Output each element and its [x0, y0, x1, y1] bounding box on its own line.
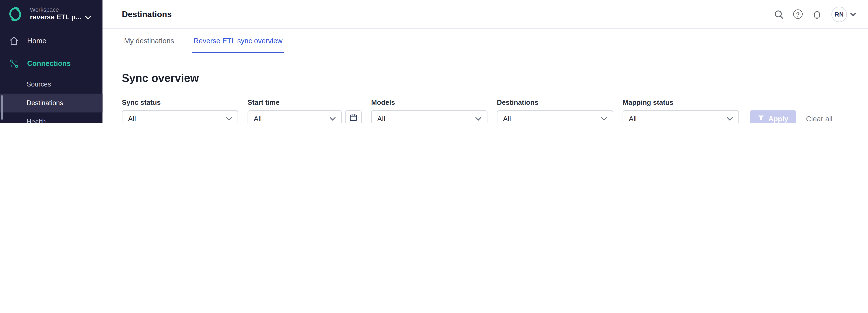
- chevron-down-icon: [330, 117, 336, 121]
- apply-button[interactable]: Apply: [750, 110, 796, 123]
- select-value: All: [254, 114, 262, 123]
- select-value: All: [629, 114, 637, 123]
- chevron-down-icon: [85, 16, 91, 19]
- select-value: All: [128, 114, 136, 123]
- sidebar-item-sources[interactable]: Sources: [0, 75, 102, 94]
- filter-label-start-time: Start time: [248, 99, 362, 106]
- connections-icon: [9, 59, 19, 68]
- filter-bar: Sync status All Start time All: [122, 99, 855, 123]
- main-area: Destinations ? RN My destinations: [102, 0, 868, 123]
- chevron-down-icon: [850, 12, 856, 15]
- rudderstack-logo-icon: [7, 6, 23, 22]
- models-select[interactable]: All: [371, 110, 488, 123]
- chevron-down-icon: [727, 117, 733, 121]
- start-time-select[interactable]: All: [248, 110, 342, 123]
- select-value: All: [377, 114, 385, 123]
- select-value: All: [503, 114, 511, 123]
- app-screen: Workspace reverse ETL p... Home: [0, 0, 868, 123]
- sidebar-nav: Home Connections Sources Destinations He…: [0, 29, 102, 123]
- bell-icon[interactable]: [812, 9, 822, 19]
- sidebar-scrollbar[interactable]: [1, 95, 3, 120]
- help-icon[interactable]: ?: [793, 9, 803, 19]
- content: Sync overview Sync status All Start time…: [102, 53, 868, 123]
- workspace-label: Workspace: [30, 6, 91, 13]
- tab-my-destinations[interactable]: My destinations: [123, 29, 175, 53]
- sidebar-item-health[interactable]: Health: [0, 113, 102, 123]
- chevron-down-icon: [601, 117, 607, 121]
- chevron-down-icon: [475, 117, 482, 121]
- filter-label-mapping-status: Mapping status: [623, 99, 739, 106]
- sidebar-item-label: Connections: [27, 59, 71, 68]
- topbar: Destinations ? RN: [102, 0, 868, 29]
- chevron-down-icon: [226, 117, 232, 121]
- sidebar-item-destinations[interactable]: Destinations: [0, 94, 102, 113]
- sidebar-subitem-label: Destinations: [27, 99, 63, 107]
- sidebar-item-home[interactable]: Home: [0, 29, 102, 52]
- workspace-name: reverse ETL p...: [30, 13, 82, 22]
- calendar-button[interactable]: [345, 110, 362, 123]
- calendar-icon: [349, 113, 358, 123]
- filter-label-sync-status: Sync status: [122, 99, 238, 106]
- filter-label-destinations: Destinations: [497, 99, 613, 106]
- avatar[interactable]: RN: [832, 6, 847, 22]
- page-title: Sync overview: [122, 72, 855, 85]
- sidebar-item-connections[interactable]: Connections: [0, 52, 102, 75]
- search-icon[interactable]: [774, 9, 784, 19]
- sync-status-select[interactable]: All: [122, 110, 238, 123]
- destinations-select[interactable]: All: [497, 110, 613, 123]
- tab-bar: My destinations Reverse ETL sync overvie…: [102, 29, 868, 53]
- sidebar: Workspace reverse ETL p... Home: [0, 0, 102, 123]
- home-icon: [9, 36, 19, 45]
- workspace-switcher[interactable]: Workspace reverse ETL p...: [0, 0, 102, 27]
- filter-label-models: Models: [371, 99, 488, 106]
- clear-all-link[interactable]: Clear all: [806, 110, 833, 123]
- user-menu[interactable]: RN: [832, 6, 856, 22]
- apply-label: Apply: [768, 114, 788, 123]
- sidebar-item-label: Home: [27, 36, 46, 45]
- filter-funnel-icon: [758, 114, 765, 123]
- page-header-title: Destinations: [122, 9, 172, 19]
- sidebar-subitem-label: Sources: [27, 81, 51, 88]
- mapping-status-select[interactable]: All: [623, 110, 739, 123]
- tab-reverse-etl-sync-overview[interactable]: Reverse ETL sync overview: [192, 29, 284, 53]
- sidebar-subitem-label: Health: [27, 118, 45, 123]
